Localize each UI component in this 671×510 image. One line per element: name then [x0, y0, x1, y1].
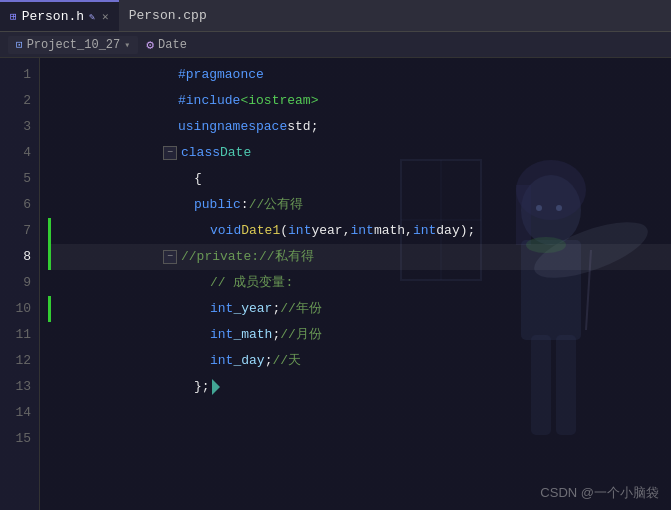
modified-icon: ✎: [89, 11, 95, 23]
dropdown-icon: ▾: [124, 39, 130, 51]
fold-indicator-8[interactable]: −: [163, 250, 177, 264]
code-line-11: int _math;//月份: [48, 322, 671, 348]
code-line-7: void Date1(int year, int math, int day);: [48, 218, 671, 244]
symbol-icon: ⚙: [146, 37, 154, 53]
fold-indicator-4[interactable]: −: [163, 146, 177, 160]
tab-person-cpp[interactable]: Person.cpp: [119, 0, 217, 31]
editor-area: 1 2 3 4 5 6 7 8 9 10 11 12 13 14 15 #pra…: [0, 58, 671, 510]
line-num-1: 1: [0, 62, 31, 88]
line-num-14: 14: [0, 400, 31, 426]
code-line-5: {: [48, 166, 671, 192]
symbol-name: Date: [158, 38, 187, 52]
line-num-4: 4: [0, 140, 31, 166]
line-num-15: 15: [0, 426, 31, 452]
breadcrumb-project[interactable]: ⊡ Project_10_27 ▾: [8, 36, 138, 54]
code-line-4: − class Date: [48, 140, 671, 166]
code-line-14: [48, 400, 671, 426]
modified-bar-8: [48, 244, 51, 270]
line-num-2: 2: [0, 88, 31, 114]
code-line-3: using namespace std;: [48, 114, 671, 140]
breadcrumb-bar: ⊡ Project_10_27 ▾ ⚙ Date: [0, 32, 671, 58]
code-editor[interactable]: #pragma once #include <iostream> using n…: [40, 58, 671, 510]
code-line-12: int _day;//天: [48, 348, 671, 374]
code-line-9: // 成员变量:: [48, 270, 671, 296]
file-icon: ⊞: [10, 10, 17, 23]
code-line-6: public://公有得: [48, 192, 671, 218]
line-num-8: 8: [0, 244, 31, 270]
tab-label-cpp: Person.cpp: [129, 8, 207, 23]
code-line-13: };: [48, 374, 671, 400]
line-num-6: 6: [0, 192, 31, 218]
svg-marker-14: [212, 379, 220, 395]
modified-bar-10: [48, 296, 51, 322]
line-num-5: 5: [0, 166, 31, 192]
tab-close-button[interactable]: ✕: [102, 10, 109, 23]
line-numbers: 1 2 3 4 5 6 7 8 9 10 11 12 13 14 15: [0, 58, 40, 510]
line-num-7: 7: [0, 218, 31, 244]
line-num-11: 11: [0, 322, 31, 348]
line-num-13: 13: [0, 374, 31, 400]
line-num-3: 3: [0, 114, 31, 140]
line-num-10: 10: [0, 296, 31, 322]
code-line-1: #pragma once: [48, 62, 671, 88]
tab-person-h[interactable]: ⊞ Person.h ✎ ✕: [0, 0, 119, 31]
tab-label: Person.h: [22, 9, 84, 24]
tab-bar: ⊞ Person.h ✎ ✕ Person.cpp: [0, 0, 671, 32]
breadcrumb-symbol: ⚙ Date: [146, 37, 187, 53]
line-num-9: 9: [0, 270, 31, 296]
play-icon: [212, 379, 220, 395]
line-num-12: 12: [0, 348, 31, 374]
modified-bar-7: [48, 218, 51, 244]
pragma-keyword: #pragma: [178, 62, 233, 88]
watermark: CSDN @一个小脑袋: [540, 484, 659, 502]
code-line-15: [48, 426, 671, 452]
project-name: Project_10_27: [27, 38, 121, 52]
code-line-10: int _year;//年份: [48, 296, 671, 322]
project-icon: ⊡: [16, 38, 23, 51]
code-line-2: #include <iostream>: [48, 88, 671, 114]
code-line-8: − //private://私有得: [48, 244, 671, 270]
